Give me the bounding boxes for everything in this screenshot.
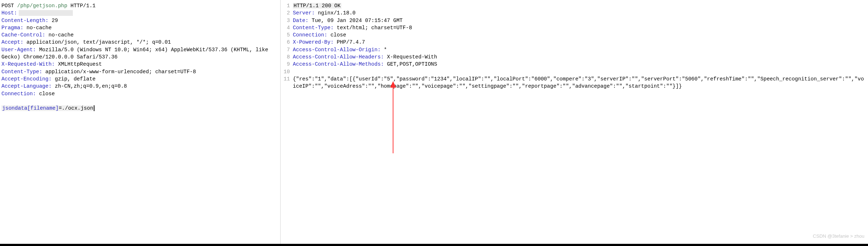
header-name: Connection: <box>1 91 36 97</box>
line-number: 4 <box>282 24 290 31</box>
response-line: 5Connection: close <box>282 31 867 39</box>
response-line: 6X-Powered-By: PHP/7.4.7 <box>282 39 867 46</box>
header-name: Cache-Control: <box>1 32 45 38</box>
header-value: text/html; charset=UTF-8 <box>334 25 412 31</box>
line-number: 5 <box>282 31 290 39</box>
header-name: X-Powered-By: <box>293 39 334 45</box>
line-number: 7 <box>282 46 290 53</box>
response-line: 8Access-Control-Allow-Headers: X-Request… <box>282 53 867 61</box>
blank-line <box>1 97 279 105</box>
header-value: GET,POST,OPTIONS <box>384 61 437 67</box>
header-value: XMLHttpRequest <box>55 61 102 67</box>
request-header: Content-Length: 29 <box>1 17 279 24</box>
http-method: POST <box>1 3 14 9</box>
request-header: User-Agent: Mozilla/5.0 (Windows NT 10.0… <box>1 46 279 61</box>
line-number: 9 <box>282 61 290 68</box>
request-header: Accept: application/json, text/javascrip… <box>1 39 279 46</box>
header-name: Pragma: <box>1 25 23 31</box>
redacted-value <box>19 10 73 16</box>
annotation-arrow-icon <box>386 81 400 153</box>
request-header: Pragma: no-cache <box>1 24 279 31</box>
text-cursor <box>94 105 94 111</box>
response-line: 9Access-Control-Allow-Methods: GET,POST,… <box>282 61 867 68</box>
request-header: Cache-Control: no-cache <box>1 31 279 39</box>
header-name: Content-Length: <box>1 18 49 23</box>
header-name: Host: <box>1 10 17 16</box>
header-name: Accept-Encoding: <box>1 76 52 82</box>
header-value: no-cache <box>23 25 52 31</box>
body-value: =./ocx.json <box>59 105 93 111</box>
header-value: 29 <box>49 18 58 23</box>
header-value: zh-CN,zh;q=0.9,en;q=0.8 <box>52 83 127 89</box>
header-name: X-Requested-With: <box>1 61 55 67</box>
header-value: Mozilla/5.0 (Windows NT 10.0; Win64; x64… <box>1 47 271 60</box>
line-number: 1 <box>282 2 290 9</box>
header-name: Content-Type: <box>293 25 334 31</box>
body-param: jsondata[filename] <box>2 105 59 111</box>
header-name: User-Agent: <box>1 47 36 53</box>
request-header: Connection: close <box>1 90 279 97</box>
line-number: 10 <box>282 68 290 75</box>
http-viewer: POST /php/getjson.php HTTP/1.1 Host:Cont… <box>0 0 868 246</box>
header-name: Access-Control-Allow-Origin: <box>293 47 381 53</box>
header-value: nginx/1.18.0 <box>315 10 356 16</box>
header-name: Connection: <box>293 32 327 38</box>
header-value: close <box>36 91 55 97</box>
line-number: 11 <box>282 75 290 90</box>
request-header: Accept-Language: zh-CN,zh;q=0.9,en;q=0.8 <box>1 83 279 90</box>
request-protocol: HTTP/1.1 <box>70 3 96 9</box>
request-body: jsondata[filename]=./ocx.json <box>1 105 279 112</box>
header-value: Tue, 09 Jan 2024 07:15:47 GMT <box>309 18 403 23</box>
watermark: CSDN @3tefanie > zhou <box>813 233 864 240</box>
header-value: gzip, deflate <box>52 76 96 82</box>
header-name: Content-Type: <box>1 69 42 75</box>
request-header: Accept-Encoding: gzip, deflate <box>1 75 279 83</box>
line-number: 2 <box>282 9 290 17</box>
header-value: PHP/7.4.7 <box>334 39 365 45</box>
request-url: /php/getjson.php <box>17 3 67 9</box>
request-header: X-Requested-With: XMLHttpRequest <box>1 61 279 68</box>
header-value: no-cache <box>45 32 74 38</box>
header-name: Accept: <box>1 39 23 45</box>
response-line: 3Date: Tue, 09 Jan 2024 07:15:47 GMT <box>282 17 867 24</box>
response-line: 7Access-Control-Allow-Origin: * <box>282 46 867 53</box>
response-line: 2Server: nginx/1.18.0 <box>282 9 867 17</box>
header-name: Accept-Language: <box>1 83 52 89</box>
response-line: 10 <box>282 68 867 75</box>
status-line: HTTP/1.1 200 OK <box>293 3 342 9</box>
header-value: close <box>327 32 346 38</box>
line-number: 3 <box>282 17 290 24</box>
header-name: Server: <box>293 10 315 16</box>
header-value: X-Requested-With <box>384 54 437 60</box>
request-header: Host: <box>1 9 279 17</box>
header-name: Access-Control-Allow-Headers: <box>293 54 384 60</box>
header-value: application/json, text/javascript, */*; … <box>23 39 171 45</box>
header-value: application/x-www-form-urlencoded; chars… <box>42 69 196 75</box>
request-pane[interactable]: POST /php/getjson.php HTTP/1.1 Host:Cont… <box>0 0 281 244</box>
header-value: * <box>381 47 387 53</box>
response-line: 11{"res":"1","data":[{"userId":"5","pass… <box>282 75 867 90</box>
request-line: POST /php/getjson.php HTTP/1.1 <box>1 2 279 9</box>
line-number: 6 <box>282 39 290 46</box>
response-body: {"res":"1","data":[{"userId":"5","passwo… <box>293 75 867 90</box>
response-line: 1HTTP/1.1 200 OK <box>282 2 867 9</box>
header-name: Date: <box>293 18 309 23</box>
request-header: Content-Type: application/x-www-form-url… <box>1 68 279 75</box>
line-number: 8 <box>282 53 290 61</box>
response-line: 4Content-Type: text/html; charset=UTF-8 <box>282 24 867 31</box>
response-pane[interactable]: 1HTTP/1.1 200 OK2Server: nginx/1.18.03Da… <box>281 0 868 244</box>
header-name: Access-Control-Allow-Methods: <box>293 61 384 67</box>
